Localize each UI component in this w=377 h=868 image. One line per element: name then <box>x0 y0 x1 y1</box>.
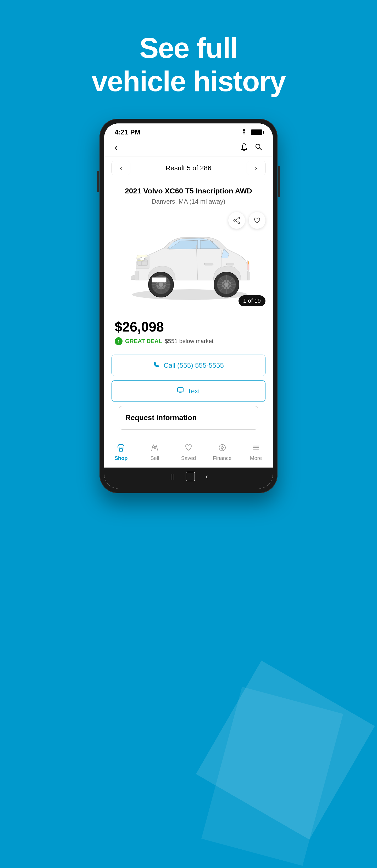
svg-point-44 <box>219 444 226 451</box>
share-button[interactable] <box>228 212 245 229</box>
sell-icon <box>150 443 159 454</box>
back-button[interactable]: ‹ <box>115 142 118 153</box>
bottom-navigation: Shop Sell Saved <box>104 439 273 468</box>
saved-label: Saved <box>181 455 196 461</box>
shop-label: Shop <box>114 455 128 461</box>
nav-sell[interactable]: Sell <box>138 443 172 461</box>
app-header: ‹ <box>104 139 273 156</box>
deal-icon: ↑ <box>115 337 123 345</box>
result-counter: Result 5 of 286 <box>134 164 243 172</box>
image-counter: 1 of 19 <box>239 296 266 306</box>
next-result-button[interactable]: › <box>247 161 266 175</box>
deal-text: GREAT DEAL <box>125 338 162 345</box>
svg-point-29 <box>159 282 163 287</box>
phone-icon <box>153 361 160 370</box>
request-info-section[interactable]: Request information <box>119 406 258 430</box>
request-info-title: Request information <box>126 413 251 422</box>
home-button[interactable] <box>185 472 195 481</box>
deal-subtext: $551 below market <box>165 338 213 345</box>
svg-point-0 <box>243 133 244 134</box>
hero-text: See full vehicle history <box>92 31 285 98</box>
svg-point-4 <box>238 222 240 224</box>
message-icon <box>177 387 184 395</box>
call-button-label: Call (555) 555-5555 <box>164 362 224 370</box>
favorite-button[interactable] <box>249 212 266 229</box>
phone-mockup: 4:21 PM ‹ <box>100 119 277 493</box>
saved-icon <box>184 443 193 454</box>
svg-rect-41 <box>177 388 183 392</box>
car-info: 2021 Volvo XC60 T5 Inscription AWD Danve… <box>104 180 273 209</box>
svg-point-45 <box>221 446 223 449</box>
finance-label: Finance <box>213 455 232 461</box>
car-actions <box>228 212 266 229</box>
shop-icon <box>117 443 125 454</box>
price-section: $26,098 ↑ GREAT DEAL $551 below market <box>104 312 273 350</box>
nav-saved[interactable]: Saved <box>172 443 206 461</box>
status-bar: 4:21 PM <box>104 123 273 139</box>
wifi-icon <box>240 129 248 136</box>
nav-more[interactable]: More <box>239 443 273 461</box>
car-image-area: 1 of 19 <box>104 209 273 312</box>
deal-badge: ↑ GREAT DEAL $551 below market <box>115 337 262 345</box>
search-icon[interactable] <box>254 143 262 153</box>
more-icon <box>252 443 260 454</box>
svg-rect-42 <box>119 449 123 451</box>
action-buttons: Call (555) 555-5555 Text <box>104 350 273 406</box>
status-icons <box>240 129 262 136</box>
car-location: Danvers, MA (14 mi away) <box>115 198 262 205</box>
status-time: 4:21 PM <box>115 128 140 136</box>
svg-line-7 <box>235 221 238 222</box>
home-bar: ||| ‹ <box>104 468 273 489</box>
nav-finance[interactable]: Finance <box>205 443 239 461</box>
result-navigation: ‹ Result 5 of 286 › <box>104 156 273 180</box>
text-button-label: Text <box>187 387 200 395</box>
finance-icon <box>218 443 227 454</box>
svg-rect-11 <box>204 263 213 265</box>
header-icons <box>240 143 262 153</box>
car-title: 2021 Volvo XC60 T5 Inscription AWD <box>115 187 262 195</box>
text-button[interactable]: Text <box>111 380 266 402</box>
svg-line-2 <box>260 148 262 150</box>
svg-point-3 <box>238 217 240 219</box>
more-label: More <box>250 455 262 461</box>
nav-shop[interactable]: Shop <box>104 443 138 461</box>
hero-line2: vehicle history <box>92 65 285 97</box>
svg-line-6 <box>235 219 238 220</box>
battery-icon <box>251 129 262 135</box>
svg-point-5 <box>234 220 236 221</box>
phone-screen: 4:21 PM ‹ <box>104 123 273 489</box>
sell-label: Sell <box>150 455 159 461</box>
car-price: $26,098 <box>115 319 262 335</box>
notification-icon[interactable] <box>240 143 248 153</box>
svg-rect-40 <box>152 278 166 282</box>
prev-result-button[interactable]: ‹ <box>111 161 130 175</box>
svg-point-39 <box>225 282 229 287</box>
svg-rect-12 <box>227 263 234 265</box>
call-button[interactable]: Call (555) 555-5555 <box>111 354 266 376</box>
back-button-home[interactable]: ‹ <box>206 472 208 480</box>
recents-button[interactable]: ||| <box>169 473 175 480</box>
hero-line1: See full <box>139 32 237 64</box>
